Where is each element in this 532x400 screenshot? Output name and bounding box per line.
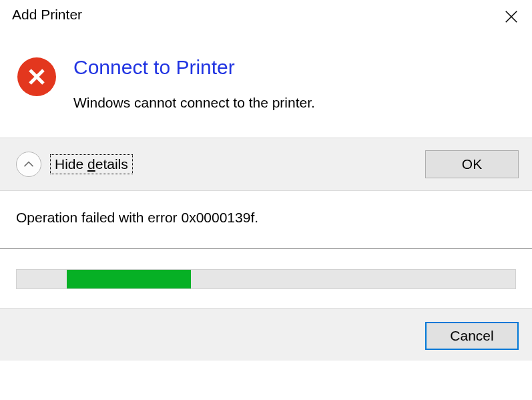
dialog-message: Windows cannot connect to the printer. — [73, 95, 315, 111]
progress-bar — [16, 269, 516, 289]
bottom-bar: Cancel — [0, 309, 532, 361]
error-icon — [17, 57, 56, 96]
chevron-up-icon — [16, 152, 41, 177]
hide-details-label: Hide details — [51, 155, 132, 174]
content-area: Connect to Printer Windows cannot connec… — [0, 37, 532, 138]
dialog-heading: Connect to Printer — [73, 56, 315, 79]
progress-fill — [67, 270, 192, 288]
close-icon — [504, 9, 519, 27]
cancel-button[interactable]: Cancel — [425, 322, 519, 350]
close-button[interactable] — [500, 7, 523, 29]
ok-button[interactable]: OK — [425, 150, 519, 178]
details-text: Operation failed with error 0x0000139f. — [16, 210, 258, 225]
details-area: Operation failed with error 0x0000139f. — [0, 190, 532, 249]
window-title: Add Printer — [12, 7, 82, 23]
dialog-text-block: Connect to Printer Windows cannot connec… — [73, 56, 315, 111]
progress-zone — [0, 249, 532, 309]
hide-details-toggle[interactable]: Hide details — [16, 152, 132, 177]
title-bar: Add Printer — [0, 0, 532, 37]
action-row: Hide details OK — [0, 138, 532, 190]
